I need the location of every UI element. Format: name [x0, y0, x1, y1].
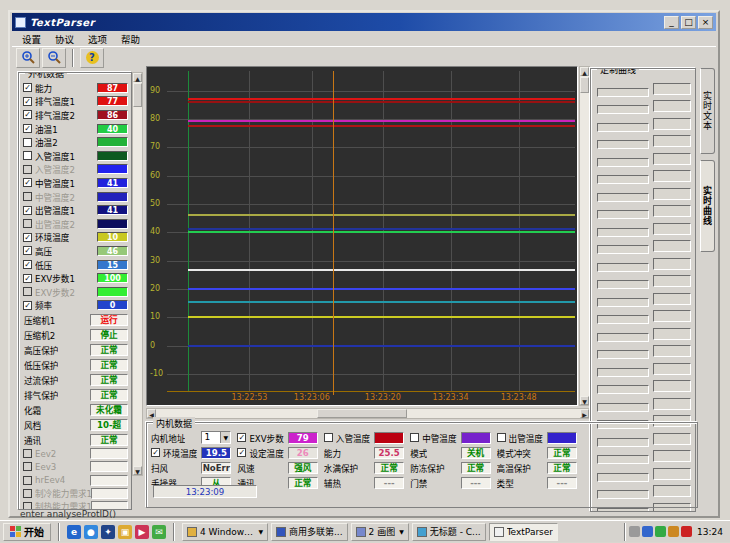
taskbar-button-label: 4 Windows... [200, 527, 254, 537]
indoor-data-panel: 内机数据 内机地址✓环境温度扫风手操器1▼19.5NoErr从✓EXV步数✓设定… [146, 422, 698, 508]
checkbox[interactable]: ✓ [23, 233, 32, 242]
taskbar-button[interactable]: 商用多联第... [271, 523, 348, 541]
media-player-icon[interactable]: ▶ [135, 525, 149, 539]
taskbar-button[interactable]: 无标题 - C... [412, 523, 486, 541]
browser-icon[interactable]: ● [84, 525, 98, 539]
scroll-right-icon[interactable]: ▶ [580, 409, 589, 418]
curve-slot-box[interactable] [597, 210, 649, 219]
checkbox[interactable]: ✓ [23, 274, 32, 283]
curve-slot-box[interactable] [597, 508, 649, 513]
curve-slot-box[interactable] [597, 105, 649, 114]
tab-实时曲线[interactable]: 实时曲线 [700, 160, 715, 252]
sidebar-scrollbar[interactable]: ▲ ▼ [132, 72, 143, 476]
checkbox[interactable] [324, 433, 333, 442]
curve-slot-box[interactable] [597, 140, 649, 149]
chart-vertical-scrollbar[interactable]: ▲ ▼ [579, 66, 590, 406]
taskbar-button[interactable]: TextParser [489, 523, 558, 541]
scrollbar-thumb[interactable] [133, 83, 142, 107]
ie-icon[interactable]: e [67, 525, 81, 539]
restore-button[interactable]: □ [681, 16, 696, 29]
mail-icon[interactable]: ✉ [152, 525, 166, 539]
trend-chart[interactable]: 9080706050403020100-1013:22:5313:23:0613… [146, 66, 578, 406]
series-line-低压 [188, 301, 575, 303]
checkbox[interactable]: ✓ [151, 448, 160, 457]
zoom-out-button[interactable] [42, 48, 66, 68]
update-icon[interactable] [668, 526, 679, 537]
menu-item-0[interactable]: 设置 [16, 31, 47, 47]
checkbox[interactable]: ✓ [23, 206, 32, 215]
indoor-address-combo[interactable]: 1▼ [201, 431, 231, 444]
curve-slot-box[interactable] [597, 245, 649, 254]
curve-value-box [653, 170, 691, 182]
scroll-up-icon[interactable]: ▲ [133, 73, 142, 82]
start-button[interactable]: 开始 [3, 523, 51, 541]
scroll-down-icon[interactable]: ▼ [133, 466, 142, 475]
checkbox[interactable]: ✓ [23, 124, 32, 133]
checkbox[interactable]: ✓ [23, 301, 32, 310]
folder-icon[interactable]: ▣ [118, 525, 132, 539]
curve-slot-box[interactable] [597, 88, 649, 97]
scroll-down-icon[interactable]: ▼ [580, 396, 589, 405]
printer-icon[interactable] [629, 526, 640, 537]
curve-slot-box[interactable] [597, 315, 649, 324]
scrollbar-thumb[interactable] [580, 77, 589, 93]
antivirus-icon[interactable] [681, 526, 692, 537]
chevron-down-icon[interactable]: ▼ [258, 528, 263, 535]
indoor-row: 类型 [497, 476, 543, 489]
curve-slot-box[interactable] [597, 368, 649, 377]
menu-item-3[interactable]: 帮助 [115, 31, 146, 47]
checkbox[interactable]: ✓ [23, 110, 32, 119]
checkbox[interactable] [497, 433, 506, 442]
curve-slot-box[interactable] [597, 350, 649, 359]
curve-value-box [653, 118, 691, 130]
checkbox[interactable] [23, 138, 32, 147]
indoor-value: --- [461, 477, 491, 489]
help-button[interactable]: ? [80, 48, 104, 68]
chevron-down-icon[interactable]: ▼ [399, 528, 404, 535]
curve-slot-box[interactable] [597, 263, 649, 272]
chart-cursor[interactable] [333, 71, 334, 395]
menu-item-1[interactable]: 协议 [49, 31, 80, 47]
x-axis-label: 13:22:53 [231, 393, 267, 402]
menu-item-2[interactable]: 选项 [82, 31, 113, 47]
checkbox[interactable] [23, 151, 32, 160]
curve-value-box [653, 205, 691, 217]
taskbar-button[interactable]: 2 画图▼ [351, 523, 409, 541]
network-icon[interactable] [655, 526, 666, 537]
curve-slot-box[interactable] [597, 333, 649, 342]
series-line-能力 [188, 98, 575, 100]
checkbox[interactable]: ✓ [23, 178, 32, 187]
curve-slot-box[interactable] [597, 298, 649, 307]
chart-horizontal-scrollbar[interactable]: ◀ ▶ [146, 408, 590, 419]
curve-slot-box[interactable] [597, 193, 649, 202]
series-line-EXV步数(内机) [188, 120, 575, 122]
messenger-icon[interactable] [642, 526, 653, 537]
curve-slot-box[interactable] [597, 158, 649, 167]
scroll-up-icon[interactable]: ▲ [580, 67, 589, 76]
chevron-down-icon[interactable]: ▼ [220, 432, 230, 443]
curve-slot-box[interactable] [597, 280, 649, 289]
minimize-button[interactable]: _ [664, 16, 679, 29]
checkbox[interactable]: ✓ [237, 433, 246, 442]
indoor-label: 水满保护 [324, 462, 358, 474]
curve-slot-box[interactable] [597, 228, 649, 237]
close-button[interactable]: × [698, 16, 713, 29]
indoor-row: 正常 [374, 461, 404, 474]
checkbox[interactable]: ✓ [23, 260, 32, 269]
checkbox[interactable]: ✓ [237, 448, 246, 457]
checkbox[interactable] [410, 433, 419, 442]
gridline-h [167, 261, 575, 262]
scrollbar-thumb[interactable] [317, 409, 407, 418]
taskbar-button[interactable]: 4 Windows...▼ [182, 523, 268, 541]
tab-实时文本[interactable]: 实时文本 [700, 68, 715, 154]
taskbar-clock: 13:24 [695, 527, 723, 537]
msn-icon[interactable]: ✦ [101, 525, 115, 539]
checkbox[interactable]: ✓ [23, 97, 32, 106]
curve-slot-box[interactable] [597, 403, 649, 412]
curve-slot-box[interactable] [597, 123, 649, 132]
checkbox[interactable]: ✓ [23, 83, 32, 92]
curve-slot-box[interactable] [597, 385, 649, 394]
zoom-in-button[interactable] [16, 48, 40, 68]
checkbox[interactable]: ✓ [23, 246, 32, 255]
curve-slot-box[interactable] [597, 175, 649, 184]
